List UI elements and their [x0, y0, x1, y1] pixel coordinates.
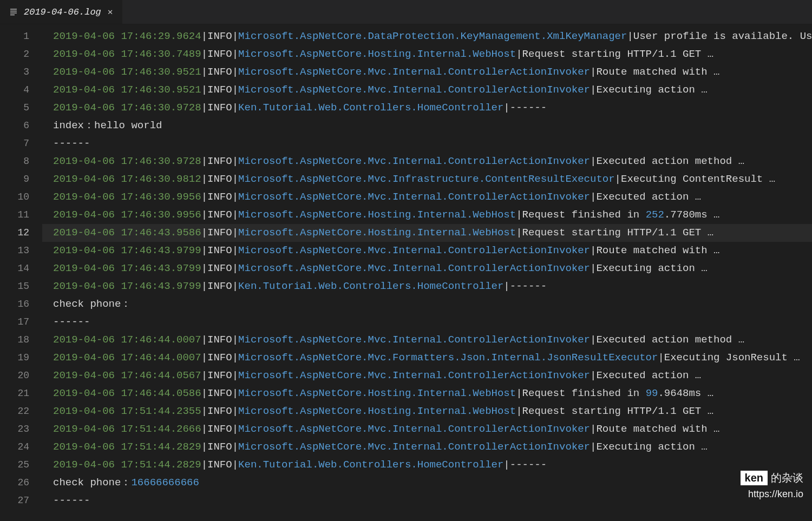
- code-line[interactable]: check phone：: [42, 295, 812, 313]
- code-line[interactable]: 2019-04-06 17:46:30.7489|INFO|Microsoft.…: [42, 45, 812, 63]
- line-number: 10: [0, 188, 42, 206]
- line-number: 11: [0, 206, 42, 224]
- line-number: 5: [0, 99, 42, 117]
- line-number: 4: [0, 81, 42, 99]
- code-area[interactable]: 2019-04-06 17:46:29.9624|INFO|Microsoft.…: [42, 24, 812, 521]
- line-number: 24: [0, 438, 42, 456]
- code-line[interactable]: 2019-04-06 17:46:30.9812|INFO|Microsoft.…: [42, 170, 812, 188]
- line-number: 21: [0, 385, 42, 403]
- code-line[interactable]: ------: [42, 492, 812, 510]
- code-line[interactable]: 2019-04-06 17:46:44.0007|INFO|Microsoft.…: [42, 331, 812, 349]
- tab-logfile[interactable]: 2019-04-06.log ✕: [0, 0, 122, 24]
- line-number: 19: [0, 349, 42, 367]
- line-number: 6: [0, 117, 42, 135]
- close-icon[interactable]: ✕: [107, 6, 114, 17]
- line-number-gutter: 1234567891011121314151617181920212223242…: [0, 24, 42, 521]
- code-line[interactable]: 2019-04-06 17:46:44.0567|INFO|Microsoft.…: [42, 367, 812, 385]
- code-line[interactable]: 2019-04-06 17:46:30.9521|INFO|Microsoft.…: [42, 81, 812, 99]
- code-line[interactable]: 2019-04-06 17:46:30.9956|INFO|Microsoft.…: [42, 188, 812, 206]
- code-line[interactable]: 2019-04-06 17:51:44.2829|INFO|Microsoft.…: [42, 438, 812, 456]
- code-line[interactable]: ------: [42, 135, 812, 153]
- line-number: 12: [0, 224, 42, 242]
- code-line[interactable]: ------: [42, 313, 812, 331]
- line-number: 1: [0, 28, 42, 45]
- line-number: 17: [0, 313, 42, 331]
- code-line[interactable]: 2019-04-06 17:46:43.9799|INFO|Ken.Tutori…: [42, 278, 812, 295]
- line-number: 13: [0, 242, 42, 260]
- code-line[interactable]: check phone：16666666666: [42, 474, 812, 492]
- code-line[interactable]: 2019-04-06 17:46:30.9521|INFO|Microsoft.…: [42, 63, 812, 81]
- code-line[interactable]: index：hello world: [42, 117, 812, 135]
- code-line[interactable]: 2019-04-06 17:51:44.2829|INFO|Ken.Tutori…: [42, 456, 812, 474]
- code-line[interactable]: 2019-04-06 17:46:43.9586|INFO|Microsoft.…: [42, 224, 812, 242]
- code-line[interactable]: 2019-04-06 17:51:44.2355|INFO|Microsoft.…: [42, 403, 812, 420]
- line-number: 14: [0, 260, 42, 278]
- line-number: 18: [0, 331, 42, 349]
- line-number: 15: [0, 278, 42, 295]
- code-line[interactable]: 2019-04-06 17:46:43.9799|INFO|Microsoft.…: [42, 242, 812, 260]
- code-line[interactable]: 2019-04-06 17:46:29.9624|INFO|Microsoft.…: [42, 28, 812, 45]
- code-line[interactable]: 2019-04-06 17:46:44.0007|INFO|Microsoft.…: [42, 349, 812, 367]
- tab-title: 2019-04-06.log: [24, 7, 101, 17]
- line-number: 22: [0, 403, 42, 420]
- line-number: 26: [0, 474, 42, 492]
- code-line[interactable]: 2019-04-06 17:46:30.9728|INFO|Ken.Tutori…: [42, 99, 812, 117]
- code-line[interactable]: 2019-04-06 17:46:43.9799|INFO|Microsoft.…: [42, 260, 812, 278]
- code-line[interactable]: 2019-04-06 17:46:44.0586|INFO|Microsoft.…: [42, 385, 812, 403]
- line-number: 2: [0, 45, 42, 63]
- file-icon: [9, 7, 18, 17]
- line-number: 27: [0, 492, 42, 510]
- line-number: 3: [0, 63, 42, 81]
- tab-bar: 2019-04-06.log ✕: [0, 0, 812, 24]
- line-number: 23: [0, 420, 42, 438]
- line-number: 20: [0, 367, 42, 385]
- line-number: 7: [0, 135, 42, 153]
- line-number: 9: [0, 170, 42, 188]
- code-line[interactable]: 2019-04-06 17:51:44.2666|INFO|Microsoft.…: [42, 420, 812, 438]
- code-line[interactable]: 2019-04-06 17:46:30.9956|INFO|Microsoft.…: [42, 206, 812, 224]
- line-number: 8: [0, 153, 42, 170]
- code-line[interactable]: 2019-04-06 17:46:30.9728|INFO|Microsoft.…: [42, 153, 812, 170]
- editor: 1234567891011121314151617181920212223242…: [0, 24, 812, 521]
- line-number: 25: [0, 456, 42, 474]
- line-number: 16: [0, 295, 42, 313]
